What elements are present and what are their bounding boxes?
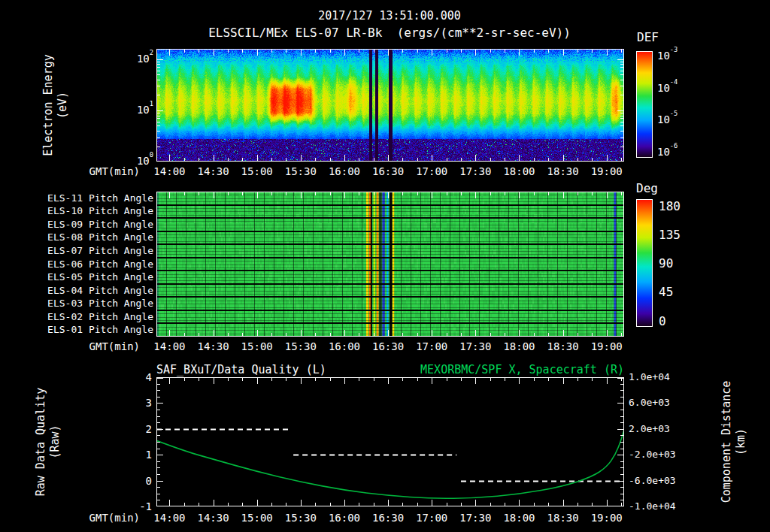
distance-axis-title-unit: (km) <box>734 381 748 503</box>
time-tick-label: 19:00 <box>584 165 629 177</box>
time-tick-label: 15:00 <box>235 512 280 524</box>
deg-colorbar-title: Deg <box>636 181 658 195</box>
distance-tick-label: -2.0e+03 <box>629 449 676 460</box>
distance-axis-title: Component Distance (km) <box>720 381 748 503</box>
deg-scale-label: 90 <box>659 256 673 271</box>
quality-plot-title: SAF_BXuT/Data Quality (L) <box>156 363 326 376</box>
time-tick-label: 17:30 <box>453 512 498 524</box>
time-tick-label: 17:30 <box>453 340 498 352</box>
quality-axis-title: Raw Data Quality (Raw) <box>34 388 62 497</box>
pitch-row-label: ELS-03 Pitch Angle <box>44 298 153 309</box>
energy-tick-label-exponent: 2 <box>150 49 153 56</box>
def-scale-label: 10-6 <box>657 146 678 158</box>
gmt-axis-caption: GMT(min) <box>87 512 140 524</box>
quality-tick-label: 0 <box>126 475 152 487</box>
time-tick-label: 15:00 <box>235 165 280 177</box>
time-tick-label: 16:00 <box>322 165 367 177</box>
time-tick-label: 18:30 <box>541 165 586 177</box>
pitch-row-label: ELS-10 Pitch Angle <box>44 205 153 216</box>
pitch-row-label: ELS-05 Pitch Angle <box>44 271 153 283</box>
distance-tick-label: 2.0e+03 <box>629 423 670 434</box>
energy-tick-label: 100 <box>119 155 153 167</box>
time-tick-label: 15:30 <box>278 165 323 177</box>
time-tick-label: 17:00 <box>409 340 454 352</box>
timestamp-title: 2017/127 13:51:00.000 <box>318 9 461 23</box>
distance-tick-label: -6.0e+03 <box>629 475 676 486</box>
time-tick-label: 17:00 <box>409 165 454 177</box>
energy-tick-label: 101 <box>119 104 153 116</box>
pitch-row-label: ELS-08 Pitch Angle <box>44 231 153 243</box>
quality-tick-label: 2 <box>126 423 152 435</box>
quality-tick-label: -1 <box>126 500 152 512</box>
def-colorbar <box>636 51 653 158</box>
deg-scale-label: 45 <box>659 285 673 299</box>
time-tick-label: 18:30 <box>541 340 586 352</box>
deg-scale-label: 135 <box>659 228 681 242</box>
deg-scale-label: 0 <box>659 314 666 328</box>
distance-axis-title-text: Component Distance <box>720 381 734 503</box>
deg-scale-label: 180 <box>659 199 681 213</box>
time-tick-label: 19:00 <box>584 340 629 352</box>
time-tick-label: 16:30 <box>365 512 411 524</box>
time-tick-label: 14:00 <box>147 340 192 352</box>
def-scale-label-exponent: -6 <box>670 142 678 150</box>
distance-tick-label: -1.0e+04 <box>629 500 676 512</box>
time-tick-label: 18:00 <box>496 340 541 352</box>
quality-axis-title-text: Raw Data Quality <box>34 388 48 497</box>
time-tick-label: 14:30 <box>191 340 236 352</box>
pitch-row-label: ELS-07 Pitch Angle <box>44 245 153 256</box>
quality-axis-title-unit: (Raw) <box>48 388 62 497</box>
quality-distance-plot <box>156 377 624 506</box>
def-scale-label-exponent: -3 <box>670 46 678 53</box>
quality-tick-label: 3 <box>126 397 152 409</box>
time-tick-label: 14:00 <box>147 165 192 177</box>
pitch-row-label: ELS-04 Pitch Angle <box>44 285 153 296</box>
time-tick-label: 14:30 <box>191 165 236 177</box>
pitch-row-label: ELS-06 Pitch Angle <box>44 258 153 270</box>
time-tick-label: 16:00 <box>322 512 367 524</box>
def-scale-label: 10-4 <box>657 82 678 94</box>
energy-tick-label-exponent: 1 <box>150 100 153 107</box>
time-tick-label: 18:00 <box>496 165 541 177</box>
energy-tick-label-exponent: 0 <box>150 151 153 159</box>
distance-tick-label: 6.0e+03 <box>629 397 670 408</box>
time-tick-label: 18:00 <box>496 512 541 524</box>
quality-tick-label: 4 <box>126 371 152 383</box>
electron-energy-spectrogram <box>156 49 624 162</box>
def-scale-label: 10-5 <box>657 113 678 125</box>
distance-tick-label: 1.0e+04 <box>629 371 670 382</box>
pitch-row-label: ELS-02 Pitch Angle <box>44 311 153 322</box>
def-scale-label-exponent: -5 <box>670 110 678 117</box>
time-tick-label: 14:00 <box>147 512 192 524</box>
time-tick-label: 16:30 <box>365 340 411 352</box>
tplot-window: 2017/127 13:51:00.000 ELSSCIL/MEx ELS-07… <box>0 0 770 532</box>
time-tick-label: 17:00 <box>409 512 454 524</box>
energy-tick-label: 102 <box>119 53 153 65</box>
def-scale-label-exponent: -4 <box>670 78 678 86</box>
time-tick-label: 16:30 <box>365 165 411 177</box>
time-tick-label: 18:30 <box>541 512 586 524</box>
pitch-row-label: ELS-01 Pitch Angle <box>44 324 153 335</box>
quality-tick-label: 1 <box>126 449 152 461</box>
time-tick-label: 19:00 <box>584 512 629 524</box>
time-tick-label: 15:30 <box>278 512 323 524</box>
time-tick-label: 15:00 <box>235 340 280 352</box>
time-tick-label: 17:30 <box>453 165 498 177</box>
energy-axis-title: Electron Energy (eV) <box>41 54 70 156</box>
plot-title: ELSSCIL/MEx ELS-07 LR-Bk (ergs/(cm**2-sr… <box>208 26 571 40</box>
pitch-row-label: ELS-11 Pitch Angle <box>44 192 153 204</box>
gmt-axis-caption: GMT(min) <box>87 340 140 352</box>
deg-colorbar <box>636 199 653 327</box>
energy-axis-title-unit: (eV) <box>56 54 70 156</box>
def-scale-label: 10-3 <box>657 50 678 62</box>
time-tick-label: 15:30 <box>278 340 323 352</box>
energy-axis-title-text: Electron Energy <box>41 54 56 156</box>
pitch-angle-heatmap <box>156 192 624 337</box>
spacecraft-plot-title: MEXORBMC/SPF X, Spacecraft (R) <box>420 363 624 376</box>
gmt-axis-caption: GMT(min) <box>87 165 140 177</box>
pitch-row-label: ELS-09 Pitch Angle <box>44 219 153 230</box>
time-tick-label: 16:00 <box>322 340 367 352</box>
def-colorbar-title: DEF <box>637 30 659 44</box>
time-tick-label: 14:30 <box>191 512 236 524</box>
